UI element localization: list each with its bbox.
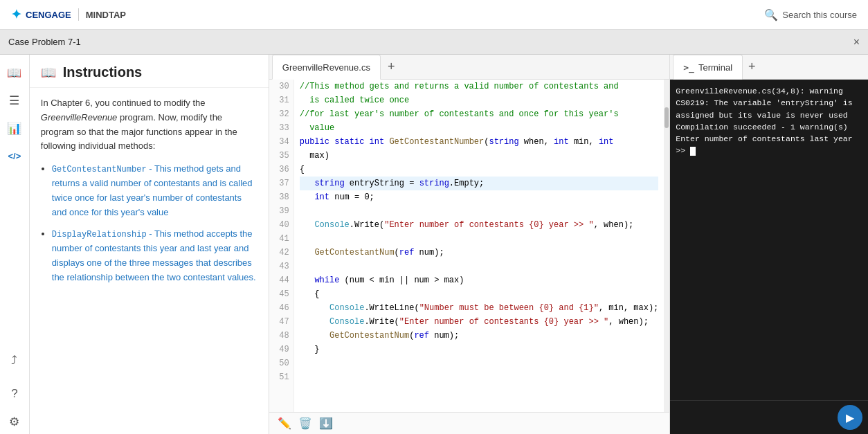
terminal-tab-label: Terminal xyxy=(698,62,732,73)
code-line-34: public static int GetContestantNumber(st… xyxy=(300,135,659,149)
sidebar-icons: 📖 ☰ 📊 </> ⤴ ? ⚙ xyxy=(0,55,30,434)
cengage-logo-icon: ✦ xyxy=(11,7,21,22)
code-line-42: GetContestantNum(ref num); xyxy=(300,246,659,260)
terminal-area: >_ Terminal + GreenvilleRevenue.cs(34,8)… xyxy=(669,55,868,434)
sidebar-item-help[interactable]: ? xyxy=(2,381,27,406)
logo-divider xyxy=(78,8,79,21)
editor-toolbar: ✏️ 🗑️ ⬇️ xyxy=(269,412,670,434)
cengage-logo: ✦ CENGAGE xyxy=(11,7,71,22)
code-line-43 xyxy=(300,260,659,273)
list-item-display-relationship: DisplayRelationship - This method accept… xyxy=(52,227,257,285)
instructions-list: GetContestantNumber - This method gets a… xyxy=(52,162,257,284)
sidebar-item-share[interactable]: ⤴ xyxy=(2,348,27,373)
download-icon[interactable]: ⬇️ xyxy=(319,417,333,430)
trash-icon[interactable]: 🗑️ xyxy=(298,417,312,430)
code-line-50 xyxy=(300,356,659,370)
terminal-play-area: ▶ xyxy=(670,400,868,434)
cengage-text: CENGAGE xyxy=(26,10,71,20)
mindtap-text: MINDTAP xyxy=(86,10,126,20)
code-line-37: string entryString = string.Empty; xyxy=(300,177,659,190)
sidebar-item-settings[interactable]: ⚙ xyxy=(2,409,27,434)
editor-area: GreenvilleRevenue.cs + 30 31 32 33 34 35… xyxy=(269,55,670,434)
code-line-51 xyxy=(300,370,659,384)
terminal-output: GreenvilleRevenue.cs(34,8): warning CS02… xyxy=(676,87,852,155)
search-label: Search this course xyxy=(782,10,857,20)
sidebar-item-list[interactable]: ☰ xyxy=(2,88,27,113)
terminal-tab[interactable]: >_ Terminal xyxy=(673,55,743,80)
topbar: ✦ CENGAGE MINDTAP 🔍 Search this course xyxy=(0,0,868,30)
editor-tab-greenville[interactable]: GreenvilleRevenue.cs xyxy=(272,55,381,80)
play-button[interactable]: ▶ xyxy=(838,405,862,430)
instructions-intro: In Chapter 6, you continued to modify th… xyxy=(41,96,257,154)
terminal-tabs: >_ Terminal + xyxy=(670,55,868,80)
instructions-panel: 📖 Instructions In Chapter 6, you continu… xyxy=(30,55,269,434)
code-line-45: { xyxy=(300,287,659,301)
code-line-35: max) xyxy=(300,149,659,163)
code-line-48: GetContestantNum(ref num); xyxy=(300,329,659,343)
code-line-41 xyxy=(300,232,659,246)
code-line-30: //This method gets and returns a valid n… xyxy=(300,80,659,93)
pencil-icon[interactable]: ✏️ xyxy=(278,417,291,430)
code-line-40: Console.Write("Enter number of contestan… xyxy=(300,218,659,232)
search-icon: 🔍 xyxy=(764,8,778,21)
list-item-get-contestant: GetContestantNumber - This method gets a… xyxy=(52,162,257,220)
code-line-33: value xyxy=(300,121,659,135)
instructions-header: 📖 Instructions xyxy=(30,55,269,88)
method-get-contestant: GetContestantNumber xyxy=(52,165,147,174)
editor-tabs: GreenvilleRevenue.cs + xyxy=(269,55,670,80)
code-line-36: { xyxy=(300,163,659,177)
code-lines[interactable]: //This method gets and returns a valid n… xyxy=(294,80,664,412)
code-line-44: while (num < min || num > max) xyxy=(300,273,659,287)
play-icon: ▶ xyxy=(846,411,854,424)
code-line-46: Console.WriteLine("Number must be betwee… xyxy=(300,301,659,315)
code-line-47: Console.Write("Enter number of contestan… xyxy=(300,315,659,329)
topbar-left: ✦ CENGAGE MINDTAP xyxy=(11,7,126,22)
instructions-title: Instructions xyxy=(63,64,142,80)
search-area[interactable]: 🔍 Search this course xyxy=(764,8,857,21)
program-name-italic: GreenvilleRevenue xyxy=(41,112,118,123)
line-numbers: 30 31 32 33 34 35 36 37 38 39 40 41 42 4… xyxy=(269,80,294,412)
code-content: 30 31 32 33 34 35 36 37 38 39 40 41 42 4… xyxy=(269,80,670,412)
window-bar: Case Problem 7-1 × xyxy=(0,30,868,55)
scroll-thumb xyxy=(664,107,669,128)
sidebar-item-book[interactable]: 📖 xyxy=(2,60,27,85)
add-editor-tab-button[interactable]: + xyxy=(382,57,401,77)
instructions-book-icon: 📖 xyxy=(41,65,56,80)
main-layout: 📖 ☰ 📊 </> ⤴ ? ⚙ 📖 Instructions In Chapte… xyxy=(0,55,868,434)
terminal-content: GreenvilleRevenue.cs(34,8): warning CS02… xyxy=(670,80,868,400)
window-title: Case Problem 7-1 xyxy=(8,37,81,47)
code-line-38: int num = 0; xyxy=(300,190,659,204)
scroll-indicator[interactable] xyxy=(664,80,669,412)
terminal-prompt-icon: >_ xyxy=(683,62,694,73)
method-display-relationship: DisplayRelationship xyxy=(52,230,147,239)
sidebar-item-chart[interactable]: 📊 xyxy=(2,116,27,141)
code-line-49: } xyxy=(300,343,659,356)
code-line-32: //for last year's number of contestants … xyxy=(300,107,659,121)
close-button[interactable]: × xyxy=(853,36,860,48)
add-terminal-tab-button[interactable]: + xyxy=(743,57,761,77)
code-line-39 xyxy=(300,204,659,218)
code-line-31: is called twice once xyxy=(300,93,659,107)
editor-tab-label: GreenvilleRevenue.cs xyxy=(282,62,370,73)
sidebar-item-code[interactable]: </> xyxy=(2,143,27,168)
instructions-body: In Chapter 6, you continued to modify th… xyxy=(30,88,269,300)
